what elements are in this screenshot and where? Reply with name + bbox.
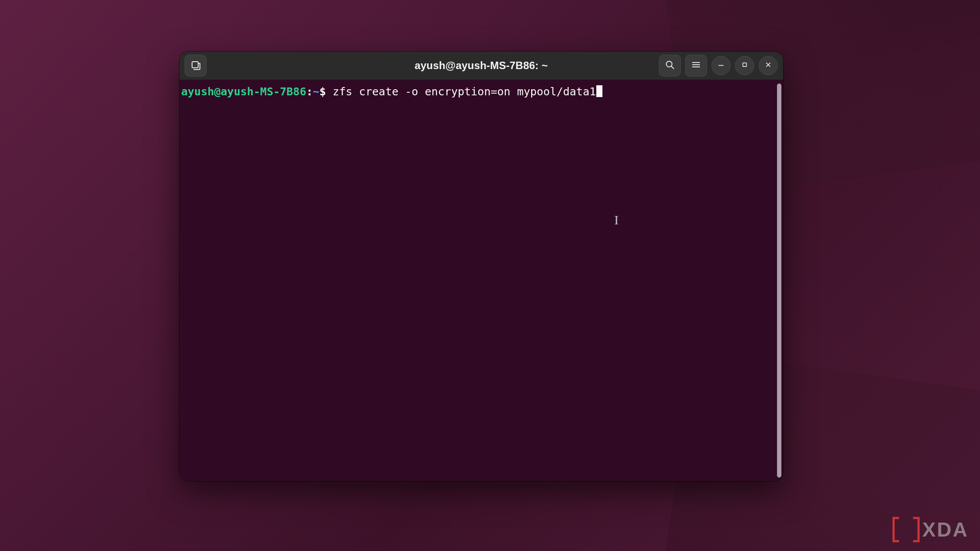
prompt-colon: : [306,85,313,98]
hamburger-icon [691,59,701,72]
prompt: ayush@ayush-MS-7B86:~$ [181,85,326,98]
titlebar[interactable]: ayush@ayush-MS-7B86: ~ [179,52,783,80]
new-tab-icon [190,59,201,72]
xda-watermark: XDA [892,517,969,542]
new-tab-button[interactable] [185,55,206,77]
close-button[interactable] [759,56,778,75]
maximize-icon [740,60,749,71]
search-button[interactable] [659,55,681,77]
svg-rect-0 [192,62,198,68]
prompt-user-host: ayush@ayush-MS-7B86 [181,85,306,98]
search-icon [665,59,675,72]
minimize-icon [717,60,725,71]
svg-line-2 [672,66,674,69]
window-title: ayush@ayush-MS-7B86: ~ [415,59,548,72]
mouse-ibeam-cursor: I [614,211,619,229]
scrollbar[interactable] [777,84,781,478]
prompt-dollar: $ [319,85,326,98]
terminal-body[interactable]: ayush@ayush-MS-7B86:~$ zfs create -o enc… [179,80,783,481]
prompt-path: ~ [313,85,319,98]
terminal-window: ayush@ayush-MS-7B86: ~ [179,52,783,481]
maximize-button[interactable] [735,56,754,75]
menu-button[interactable] [685,55,707,77]
bracket-left-icon [892,517,905,542]
watermark-text: XDA [922,518,969,541]
bracket-right-icon [907,517,920,542]
minimize-button[interactable] [711,56,731,75]
svg-rect-7 [743,63,746,66]
text-cursor [596,85,602,97]
command-text: zfs create -o encryption=on mypool/data1 [326,85,596,98]
close-icon [764,60,773,71]
